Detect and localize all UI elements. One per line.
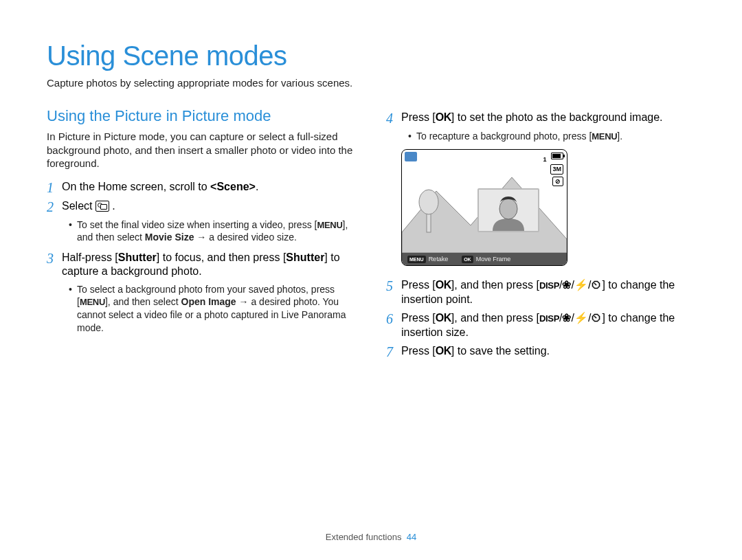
bullet: To select a background photo from your s… [69,283,356,333]
page-footer: Extended functions 44 [0,532,742,544]
camera-bottom-bar: MENU Retake OK Move Frame [402,253,567,265]
step-2-bullets: To set the final video size when inserti… [69,219,356,244]
flash-icon: ⚡ [574,279,588,291]
menu-tag: MENU [407,256,426,263]
timer-icon: ⏲ [591,312,602,324]
manual-page: Using Scene modes Capture photos by sele… [0,0,742,560]
disp-glyph: DISP [539,313,559,324]
portrait-icon [479,190,538,231]
svg-point-3 [499,199,517,219]
menu-glyph: MENU [592,131,617,142]
menu-glyph: MENU [80,297,105,307]
macro-icon: ❀ [562,312,571,324]
macro-icon: ❀ [562,279,571,291]
bullet: To recapture a background photo, press [… [408,130,695,143]
pip-icon [95,201,109,212]
step-number: 2 [47,199,62,214]
step-number: 4 [386,111,401,126]
flash-badge: ⊘ [552,177,563,187]
step-text: Press [OK] to set the photo as the backg… [401,111,695,126]
step-4: 4 Press [OK] to set the photo as the bac… [386,111,695,126]
step-1: 1 On the Home screen, scroll to <Scene>. [47,180,356,195]
move-frame-hint: OK Move Frame [462,256,510,264]
mode-icon [405,152,417,161]
ok-glyph: OK [436,345,451,357]
ok-tag: OK [462,256,473,263]
step-text: Half-press [Shutter] to focus, and then … [62,251,356,280]
step-number: 7 [386,344,401,359]
step-number: 5 [386,278,401,307]
step-3-bullets: To select a background photo from your s… [69,283,356,333]
retake-hint: MENU Retake [407,256,448,264]
step-7: 7 Press [OK] to save the setting. [386,344,695,359]
status-icons: 1 3M ⊘ [543,153,563,188]
step-text: Press [OK], and then press [DISP/❀/⚡/⏲] … [401,311,695,340]
section-heading: Using the Picture in Picture mode [47,107,356,126]
flash-icon: ⚡ [574,312,588,324]
footer-section: Extended functions [326,532,402,542]
step-text: Press [OK] to save the setting. [401,344,695,359]
two-column-layout: Using the Picture in Picture mode In Pic… [47,107,695,363]
quality-badge: 3M [550,164,563,175]
section-intro: In Picture in Picture mode, you can capt… [47,130,356,170]
camera-screen-illustration: 1 3M ⊘ MENU Retake [401,149,567,266]
step-text: Press [OK], and then press [DISP/❀/⚡/⏲] … [401,278,695,307]
page-number: 44 [407,532,416,542]
step-number: 6 [386,311,401,340]
timer-icon: ⏲ [591,279,602,291]
battery-icon [551,153,563,159]
svg-point-1 [419,190,438,214]
bullet: To set the final video size when inserti… [69,219,356,244]
page-title: Using Scene modes [47,38,695,74]
step-text: On the Home screen, scroll to <Scene>. [62,180,356,195]
left-column: Using the Picture in Picture mode In Pic… [47,107,371,363]
step-number: 1 [47,180,62,195]
step-4-bullets: To recapture a background photo, press [… [408,130,695,143]
disp-glyph: DISP [539,280,559,291]
ok-glyph: OK [436,312,451,324]
right-column: 4 Press [OK] to set the photo as the bac… [371,107,695,363]
shot-count: 1 [543,156,546,163]
step-2: 2 Select . [47,199,356,214]
ok-glyph: OK [436,111,451,123]
step-number: 3 [47,251,62,280]
menu-glyph: MENU [317,220,342,230]
ok-glyph: OK [436,279,451,291]
step-text: Select . [62,199,356,214]
step-5: 5 Press [OK], and then press [DISP/❀/⚡/⏲… [386,278,695,307]
pip-overlay-frame [477,188,539,232]
page-subtitle: Capture photos by selecting appropriate … [47,76,695,90]
step-6: 6 Press [OK], and then press [DISP/❀/⚡/⏲… [386,311,695,340]
step-3: 3 Half-press [Shutter] to focus, and the… [47,251,356,280]
